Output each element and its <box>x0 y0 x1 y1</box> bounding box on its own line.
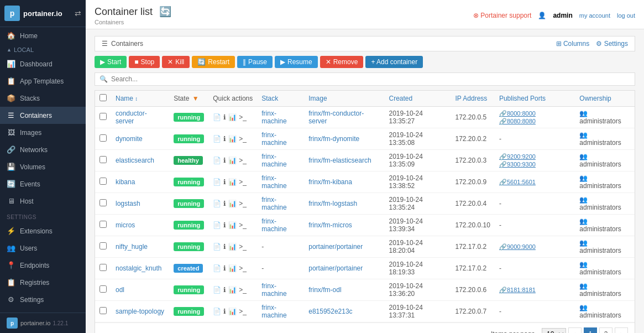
image-link[interactable]: e815952e213c <box>308 308 352 315</box>
port-link[interactable]: 🔗8080:8080 <box>499 118 536 124</box>
inspect-icon[interactable]: ℹ <box>223 286 226 294</box>
page-2-button[interactable]: 2 <box>599 327 612 333</box>
inspect-icon[interactable]: ℹ <box>223 113 226 121</box>
log-out-link[interactable]: log out <box>617 12 635 19</box>
inspect-icon[interactable]: ℹ <box>223 221 226 229</box>
sidebar-item-settings[interactable]: ⚙ Settings <box>0 291 86 308</box>
settings-button[interactable]: ⚙ Settings <box>596 40 628 48</box>
port-link[interactable]: 🔗8181:8181 <box>499 287 536 293</box>
inspect-icon[interactable]: ℹ <box>223 243 226 251</box>
row-checkbox[interactable] <box>100 199 107 206</box>
console-icon[interactable]: >_ <box>239 308 247 315</box>
container-name-link[interactable]: conductor-server <box>116 110 147 125</box>
col-stack[interactable]: Stack <box>257 91 304 107</box>
logs-icon[interactable]: 📄 <box>213 157 221 164</box>
console-icon[interactable]: >_ <box>239 178 247 186</box>
page-1-button[interactable]: 1 <box>584 327 597 333</box>
image-link[interactable]: frinx/fm-odl <box>308 286 341 294</box>
inspect-icon[interactable]: ℹ <box>223 135 226 143</box>
container-name-link[interactable]: kibana <box>116 178 135 186</box>
image-link[interactable]: frinx/fm-kibana <box>308 178 352 186</box>
sidebar-item-dashboard[interactable]: 📊 Dashboard <box>0 55 86 72</box>
stats-icon[interactable]: 📊 <box>228 200 237 207</box>
logs-icon[interactable]: 📄 <box>213 308 221 315</box>
resume-button[interactable]: ▶ Resume <box>275 56 318 68</box>
logs-icon[interactable]: 📄 <box>213 243 221 251</box>
port-link[interactable]: 🔗8000:8000 <box>499 110 536 117</box>
next-page-button[interactable]: › <box>615 327 628 333</box>
logs-icon[interactable]: 📄 <box>213 200 221 207</box>
page-size-select[interactable]: 10 25 50 <box>542 328 566 333</box>
stats-icon[interactable]: 📊 <box>228 243 237 251</box>
container-name-link[interactable]: micros <box>116 221 135 229</box>
logs-icon[interactable]: 📄 <box>213 135 221 143</box>
sidebar-toggle-icon[interactable]: ⇄ <box>75 9 81 18</box>
image-link[interactable]: frinx/fm-logstash <box>308 200 357 207</box>
inspect-icon[interactable]: ℹ <box>223 264 226 272</box>
image-link[interactable]: portainer/portainer <box>308 264 363 272</box>
row-checkbox[interactable] <box>100 242 107 249</box>
col-ip[interactable]: IP Address <box>451 91 495 107</box>
container-name-link[interactable]: sample-topology <box>116 308 164 315</box>
row-checkbox[interactable] <box>100 307 107 314</box>
row-checkbox[interactable] <box>100 264 107 271</box>
stack-link[interactable]: frinx-machine <box>261 304 286 319</box>
stack-link[interactable]: frinx-machine <box>261 110 286 125</box>
stats-icon[interactable]: 📊 <box>228 286 237 294</box>
restart-button[interactable]: 🔄 Restart <box>192 56 235 68</box>
console-icon[interactable]: >_ <box>239 221 247 229</box>
console-icon[interactable]: >_ <box>239 264 247 272</box>
filter-icon[interactable]: ▼ <box>192 95 199 102</box>
prev-page-button[interactable]: ‹ <box>568 327 582 333</box>
port-link[interactable]: 🔗9200:9200 <box>499 153 536 160</box>
sidebar-item-endpoints[interactable]: 📍 Endpoints <box>0 257 86 274</box>
columns-button[interactable]: ⊞ Columns <box>556 40 590 48</box>
remove-button[interactable]: ✕ Remove <box>320 56 364 68</box>
console-icon[interactable]: >_ <box>239 243 247 251</box>
kill-button[interactable]: ✕ Kill <box>162 56 190 68</box>
row-checkbox[interactable] <box>100 285 107 293</box>
col-ports[interactable]: Published Ports <box>495 91 575 107</box>
inspect-icon[interactable]: ℹ <box>223 178 226 186</box>
port-link[interactable]: 🔗9000:9000 <box>499 243 536 250</box>
console-icon[interactable]: >_ <box>239 286 247 294</box>
inspect-icon[interactable]: ℹ <box>223 157 226 164</box>
add-container-button[interactable]: + Add container <box>365 56 423 68</box>
image-link[interactable]: frinx/fm-micros <box>308 221 352 229</box>
stack-link[interactable]: frinx-machine <box>261 217 286 233</box>
stats-icon[interactable]: 📊 <box>228 264 237 272</box>
stack-link[interactable]: frinx-machine <box>261 153 286 168</box>
row-checkbox[interactable] <box>100 134 107 142</box>
sidebar-item-home[interactable]: 🏠 Home <box>0 27 86 44</box>
logs-icon[interactable]: 📄 <box>213 264 221 272</box>
sidebar-item-volumes[interactable]: 💾 Volumes <box>0 158 86 175</box>
sidebar-item-images[interactable]: 🖼 Images <box>0 124 86 141</box>
refresh-icon[interactable]: 🔄 <box>159 6 171 18</box>
image-link[interactable]: portainer/portainer <box>308 243 363 251</box>
sidebar-item-host[interactable]: 🖥 Host <box>0 192 86 210</box>
console-icon[interactable]: >_ <box>239 135 247 143</box>
container-name-link[interactable]: dynomite <box>116 135 143 143</box>
port-link[interactable]: 🔗5601:5601 <box>499 179 536 185</box>
row-checkbox[interactable] <box>100 221 107 228</box>
row-checkbox[interactable] <box>100 178 107 185</box>
stop-button[interactable]: ■ Stop <box>129 56 160 68</box>
container-name-link[interactable]: logstash <box>116 200 140 207</box>
col-image[interactable]: Image <box>304 91 384 107</box>
stats-icon[interactable]: 📊 <box>228 157 237 164</box>
stack-link[interactable]: frinx-machine <box>261 196 286 211</box>
col-name[interactable]: Name ↕ <box>111 91 169 107</box>
stats-icon[interactable]: 📊 <box>228 221 237 229</box>
logs-icon[interactable]: 📄 <box>213 221 221 229</box>
sidebar-item-events[interactable]: 🔄 Events <box>0 175 86 192</box>
my-account-link[interactable]: my account <box>579 12 610 19</box>
stack-link[interactable]: frinx-machine <box>261 174 286 190</box>
sidebar-item-containers[interactable]: ☰ Containers <box>0 107 86 124</box>
row-checkbox[interactable] <box>100 156 107 163</box>
stats-icon[interactable]: 📊 <box>228 135 237 143</box>
console-icon[interactable]: >_ <box>239 200 247 207</box>
sidebar-item-registries[interactable]: 📋 Registries <box>0 274 86 291</box>
start-button[interactable]: ▶ Start <box>95 56 127 68</box>
inspect-icon[interactable]: ℹ <box>223 200 226 207</box>
image-link[interactable]: frinx/fm-elasticsearch <box>308 157 371 164</box>
